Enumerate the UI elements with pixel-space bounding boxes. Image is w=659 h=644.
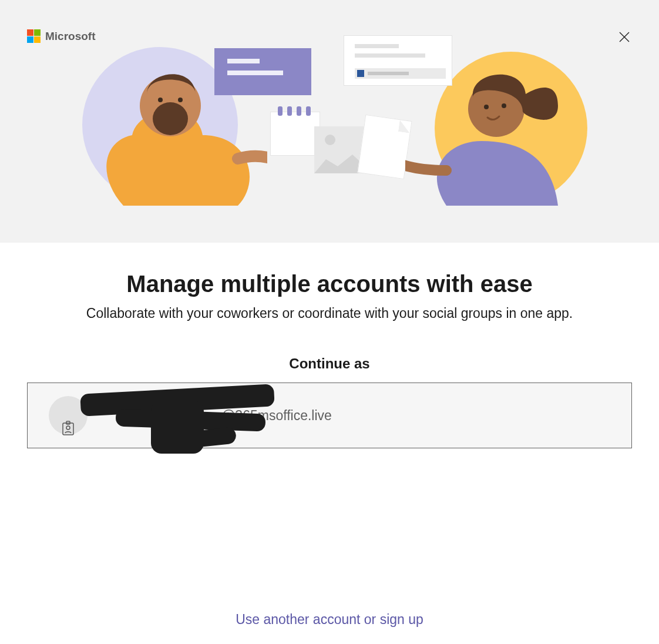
id-badge-icon bbox=[62, 421, 75, 436]
page-subtitle: Collaborate with your coworkers or coord… bbox=[0, 306, 659, 321]
redaction-mark bbox=[151, 401, 204, 454]
close-button[interactable] bbox=[614, 27, 634, 47]
person-left-illustration bbox=[91, 53, 267, 206]
hero-banner: Microsoft bbox=[0, 0, 659, 243]
svg-point-4 bbox=[158, 98, 163, 102]
use-another-account-link[interactable]: Use another account or sign up bbox=[0, 612, 659, 628]
person-right-illustration bbox=[405, 53, 593, 206]
svg-point-5 bbox=[178, 98, 183, 102]
microsoft-logo-icon bbox=[27, 29, 41, 43]
content: Manage multiple accounts with ease Colla… bbox=[0, 243, 659, 448]
calendar-icon bbox=[270, 112, 320, 156]
svg-point-11 bbox=[66, 426, 70, 430]
svg-point-8 bbox=[502, 103, 506, 108]
document-icon bbox=[357, 115, 412, 179]
close-icon bbox=[618, 31, 631, 43]
svg-point-3 bbox=[153, 102, 188, 135]
hero-illustration bbox=[82, 35, 587, 212]
page-title: Manage multiple accounts with ease bbox=[0, 271, 659, 297]
svg-point-7 bbox=[484, 105, 489, 109]
continue-as-label: Continue as bbox=[0, 355, 659, 372]
svg-rect-9 bbox=[63, 423, 73, 435]
account-card[interactable]: @365msoffice.live bbox=[27, 383, 632, 448]
